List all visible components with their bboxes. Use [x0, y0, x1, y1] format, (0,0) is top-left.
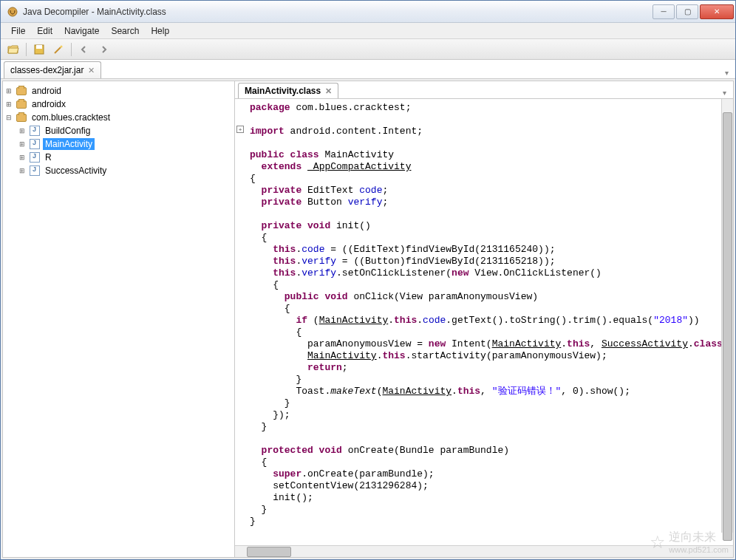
expand-icon[interactable]: ⊞	[18, 154, 27, 161]
minimize-button[interactable]: ─	[652, 4, 675, 19]
tree-label-selected: MainActivity	[43, 138, 95, 150]
tree-node-r[interactable]: ⊞ R	[18, 151, 233, 164]
tab-menu-icon[interactable]: ▾	[718, 86, 730, 98]
code-tabstrip: MainActivity.class ✕ ▾	[235, 81, 733, 99]
content-area: ⊞ android ⊞ androidx ⊟ com.blues.crackte…	[2, 81, 734, 558]
class-icon	[29, 138, 41, 150]
svg-line-3	[55, 47, 61, 53]
jar-tab-label: classes-dex2jar.jar	[10, 65, 84, 75]
package-icon	[16, 112, 27, 123]
svg-rect-2	[36, 45, 42, 49]
tree-label: androidx	[30, 98, 68, 110]
package-icon	[16, 85, 27, 97]
menu-navigate[interactable]: Navigate	[58, 24, 105, 38]
class-icon	[29, 151, 41, 163]
menu-edit[interactable]: Edit	[31, 24, 58, 38]
save-button[interactable]	[31, 41, 47, 58]
horizontal-scrollbar[interactable]	[235, 545, 733, 557]
expand-icon[interactable]: ⊞	[18, 167, 27, 174]
toolbar-separator	[26, 43, 27, 56]
jar-tabstrip: classes-dex2jar.jar ✕ ▾	[1, 60, 735, 79]
code-tab-label: MainActivity.class	[245, 86, 321, 96]
window-controls: ─ ▢ ✕	[651, 4, 734, 19]
tab-menu-icon[interactable]: ▾	[720, 66, 732, 78]
expand-icon[interactable]: ⊞	[18, 127, 27, 134]
tree-node-androidx[interactable]: ⊞ androidx	[4, 98, 233, 111]
tree-node-app-package[interactable]: ⊟ com.blues.cracktest	[4, 111, 233, 124]
app-icon	[7, 6, 18, 18]
expand-icon[interactable]: ⊞	[4, 87, 13, 95]
code-panel: MainActivity.class ✕ ▾ + package com.blu…	[235, 81, 733, 557]
close-button[interactable]: ✕	[700, 4, 734, 19]
class-icon	[29, 165, 41, 177]
tree-label: SuccessActivity	[43, 165, 109, 177]
tree-node-mainactivity[interactable]: ⊞ MainActivity	[18, 137, 233, 151]
open-file-button[interactable]	[5, 41, 21, 58]
menu-file[interactable]: File	[5, 24, 31, 38]
back-button[interactable]	[76, 41, 92, 58]
menu-help[interactable]: Help	[145, 24, 175, 38]
forward-button[interactable]	[95, 41, 112, 58]
menubar: File Edit Navigate Search Help	[1, 23, 735, 39]
menu-search[interactable]: Search	[105, 24, 145, 38]
close-icon[interactable]: ✕	[325, 86, 332, 96]
close-icon[interactable]: ✕	[88, 66, 95, 75]
code-tab[interactable]: MainActivity.class ✕	[238, 83, 338, 98]
toolbar-separator	[71, 43, 72, 56]
titlebar: Java Decompiler - MainActivity.class ─ ▢…	[1, 1, 735, 23]
tree-label: android	[30, 85, 64, 97]
tree-node-buildconfig[interactable]: ⊞ BuildConfig	[18, 124, 233, 137]
wand-button[interactable]	[50, 41, 67, 58]
package-tree[interactable]: ⊞ android ⊞ androidx ⊟ com.blues.crackte…	[3, 81, 235, 557]
collapse-icon[interactable]: ⊟	[4, 114, 13, 121]
code-content: package com.blues.cracktest; import andr…	[235, 99, 733, 530]
package-icon	[16, 98, 27, 110]
tree-label: com.blues.cracktest	[30, 112, 112, 123]
toolbar	[1, 39, 735, 60]
tree-node-successactivity[interactable]: ⊞ SuccessActivity	[18, 164, 233, 177]
vertical-scrollbar[interactable]	[721, 99, 733, 533]
window-title: Java Decompiler - MainActivity.class	[23, 7, 651, 17]
app-window: Java Decompiler - MainActivity.class ─ ▢…	[0, 0, 736, 560]
scrollbar-thumb[interactable]	[723, 112, 732, 541]
jar-tab[interactable]: classes-dex2jar.jar ✕	[4, 61, 101, 78]
tree-label: BuildConfig	[43, 125, 92, 137]
expand-icon[interactable]: ⊞	[4, 100, 13, 108]
tree-label: R	[43, 151, 54, 163]
class-icon	[29, 125, 41, 137]
expand-icon[interactable]: ⊞	[18, 140, 27, 148]
svg-point-4	[61, 45, 63, 47]
maximize-button[interactable]: ▢	[676, 4, 698, 19]
scrollbar-thumb[interactable]	[247, 547, 291, 557]
source-viewer[interactable]: + package com.blues.cracktest; import an…	[235, 99, 733, 545]
svg-point-0	[8, 7, 17, 16]
tree-node-android[interactable]: ⊞ android	[4, 84, 233, 98]
